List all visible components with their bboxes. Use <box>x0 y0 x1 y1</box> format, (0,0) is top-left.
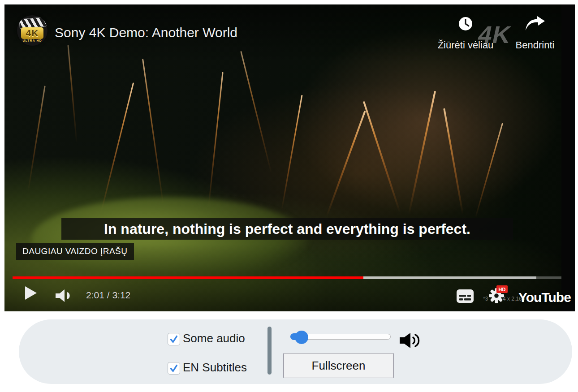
share-button[interactable]: Bendrinti <box>505 16 565 51</box>
checkbox-check-icon <box>169 363 179 373</box>
scene-stem <box>142 59 164 205</box>
play-icon <box>24 286 38 300</box>
subtitle-caption: In nature, nothing is perfect and everyt… <box>61 218 513 240</box>
subtitles-icon <box>456 289 474 303</box>
en-subtitles-label[interactable]: EN Subtitles <box>183 361 247 375</box>
checkbox-check-icon <box>169 334 179 344</box>
some-audio-label[interactable]: Some audio <box>183 332 245 345</box>
youtube-logo[interactable]: YouTube <box>518 290 571 305</box>
share-label: Bendrinti <box>505 39 565 51</box>
page: 4K ULTRA HD Sony 4K Demo: Another World … <box>0 0 578 392</box>
avatar-4k-text: 4K <box>26 28 39 39</box>
volume-button[interactable] <box>56 289 73 303</box>
subtitles-button[interactable] <box>456 289 474 303</box>
share-arrow-icon <box>505 16 565 32</box>
scene-stem <box>363 101 401 213</box>
scene-moss <box>31 197 309 282</box>
hd-badge: HD <box>496 285 508 293</box>
fullscreen-button[interactable]: Fullscreen <box>283 353 394 378</box>
progress-played <box>13 276 363 279</box>
scene-stem <box>281 95 302 210</box>
channel-avatar[interactable]: 4K ULTRA HD <box>17 15 47 46</box>
scene-stem <box>326 111 366 216</box>
play-button[interactable] <box>24 286 42 304</box>
watch-later-label: Žiūrėti vėliau <box>430 39 501 51</box>
watch-later-button[interactable]: Žiūrėti vėliau <box>430 16 501 51</box>
video-title[interactable]: Sony 4K Demo: Another World <box>55 25 237 40</box>
scene-stem <box>100 82 134 213</box>
time-display: 2:01 / 3:12 <box>86 290 130 301</box>
en-subtitles-checkbox[interactable] <box>168 362 180 375</box>
progress-bar[interactable] <box>13 276 561 279</box>
avatar-4k-badge: 4K <box>21 27 43 39</box>
vertical-divider <box>267 327 272 375</box>
scene-stem <box>208 72 223 206</box>
scene-stem <box>240 51 272 173</box>
volume-icon <box>56 289 73 302</box>
volume-slider-thumb[interactable] <box>295 331 308 344</box>
scene-stem <box>443 108 464 214</box>
some-audio-checkbox[interactable] <box>168 333 180 345</box>
scene-stem <box>475 123 504 218</box>
clock-icon <box>430 16 501 32</box>
avatar-ultrahd-text: ULTRA HD <box>17 39 47 42</box>
speaker-icon <box>400 332 422 349</box>
scene-stem <box>27 86 46 192</box>
video-player[interactable]: 4K ULTRA HD Sony 4K Demo: Another World … <box>4 4 575 311</box>
more-videos-button[interactable]: DAUGIAU VAIZDO ĮRAŠŲ <box>16 243 134 260</box>
scene-stem <box>408 91 436 214</box>
scene-stem <box>67 45 77 143</box>
